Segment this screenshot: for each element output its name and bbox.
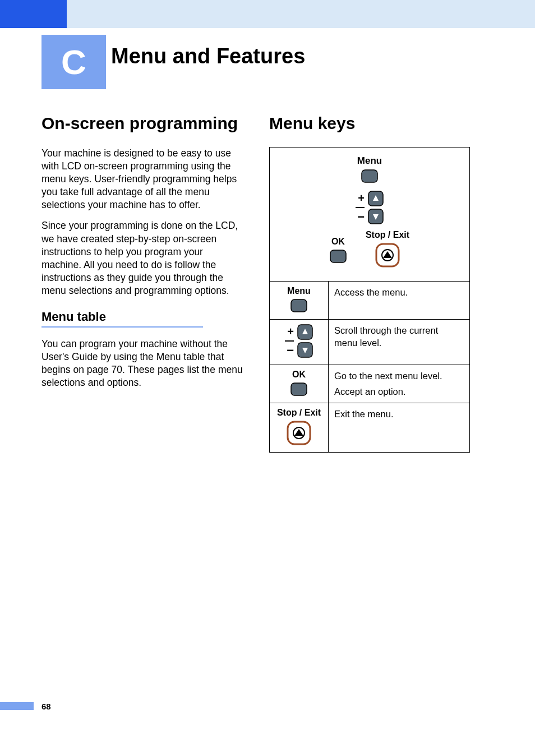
ok-label: OK xyxy=(330,237,347,247)
intro-paragraph-2: Since your programming is done on the LC… xyxy=(41,219,243,297)
menu-button-icon xyxy=(361,169,378,183)
row-ok-desc-2: Accept an option. xyxy=(334,385,464,398)
svg-marker-8 xyxy=(383,251,392,258)
row-menu-desc: Access the menu. xyxy=(329,282,470,320)
on-screen-programming-heading: On-screen programming xyxy=(41,113,243,133)
sub-heading-rule xyxy=(41,326,203,328)
row-menu-label: Menu xyxy=(273,286,325,296)
stop-exit-button-icon xyxy=(375,243,400,268)
stop-exit-button-icon xyxy=(287,421,311,445)
svg-marker-17 xyxy=(294,429,303,436)
minus-label: − xyxy=(285,343,294,358)
menu-keys-overview-cell: Menu + − xyxy=(270,147,470,282)
ok-button-icon xyxy=(290,382,307,396)
row-ok-label: OK xyxy=(273,370,325,380)
section-letter: C xyxy=(61,42,86,82)
table-row: Menu Access the menu. xyxy=(270,282,470,320)
svg-rect-5 xyxy=(330,250,346,262)
row-stop-label: Stop / Exit xyxy=(273,408,325,418)
intro-paragraph-1: Your machine is designed to be easy to u… xyxy=(41,147,243,211)
table-row: OK Go to the next menu level. Accept an … xyxy=(270,365,470,403)
left-column: On-screen programming Your machine is de… xyxy=(41,113,243,397)
svg-rect-9 xyxy=(291,299,307,312)
menu-table-heading: Menu table xyxy=(41,310,243,324)
row-stop-desc: Exit the menu. xyxy=(329,403,470,453)
section-title: Menu and Features xyxy=(111,44,305,68)
menu-button-icon xyxy=(290,299,307,312)
table-row: Stop / Exit Exit the menu. xyxy=(270,403,470,453)
svg-rect-0 xyxy=(362,170,377,182)
menu-keys-heading: Menu keys xyxy=(269,113,471,133)
ok-button-icon xyxy=(330,250,347,263)
svg-rect-14 xyxy=(291,383,307,395)
menu-keys-table: Menu + − xyxy=(269,147,470,453)
page-number: 68 xyxy=(41,702,51,711)
menu-table-paragraph: You can program your machine without the… xyxy=(41,338,243,389)
row-scroll-desc: Scroll through the current menu level. xyxy=(329,320,470,365)
up-down-arrows-icon xyxy=(297,324,313,358)
page-number-bar xyxy=(0,702,34,710)
right-column: Menu keys Menu + − xyxy=(269,113,471,453)
header-band xyxy=(0,0,535,28)
header-blue-corner xyxy=(0,0,67,28)
row-ok-desc-1: Go to the next menu level. xyxy=(334,370,464,382)
menu-label: Menu xyxy=(275,155,464,167)
table-row: + − Scroll through the current menu leve… xyxy=(270,320,470,365)
up-down-arrows-icon xyxy=(368,191,384,224)
stop-exit-label: Stop / Exit xyxy=(366,230,409,240)
section-letter-box: C xyxy=(41,35,106,89)
plus-label: + xyxy=(285,324,294,339)
